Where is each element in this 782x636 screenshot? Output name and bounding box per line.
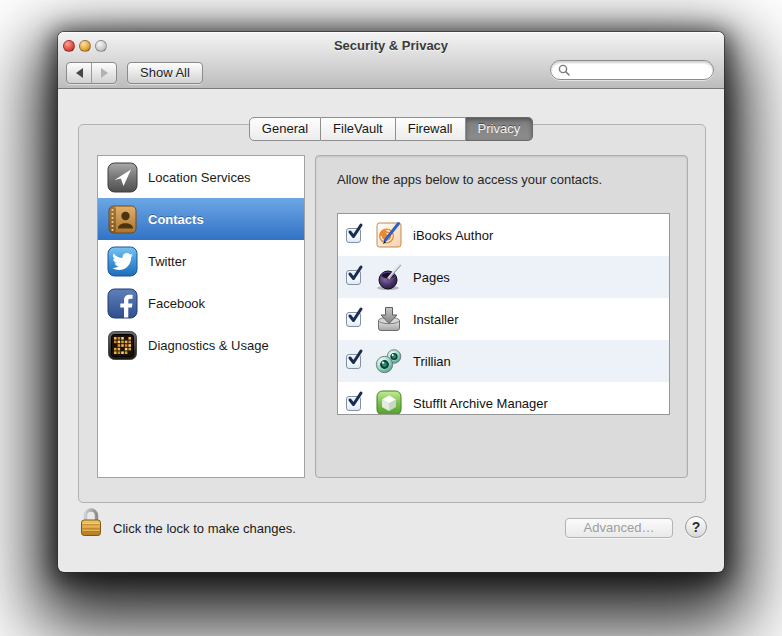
sidebar-item-twitter[interactable]: Twitter bbox=[98, 240, 304, 282]
sidebar-item-label: Facebook bbox=[148, 296, 205, 311]
show-all-button[interactable]: Show All bbox=[127, 62, 203, 84]
pages-inkwell-icon bbox=[374, 262, 404, 292]
app-row-installer: Installer bbox=[338, 298, 669, 340]
app-label: Installer bbox=[413, 312, 459, 327]
tab-filevault[interactable]: FileVault bbox=[321, 117, 396, 141]
location-arrow-icon bbox=[107, 162, 138, 193]
ibooks-author-icon bbox=[374, 220, 404, 250]
lock-icon[interactable] bbox=[78, 505, 104, 539]
installer-box-icon bbox=[374, 304, 404, 334]
app-label: StuffIt Archive Manager bbox=[413, 396, 548, 411]
tab-bar: GeneralFileVaultFirewallPrivacy bbox=[58, 117, 724, 141]
twitter-bird-icon bbox=[107, 246, 138, 277]
app-checkbox[interactable] bbox=[346, 270, 361, 285]
stuffit-cube-icon bbox=[374, 388, 404, 415]
trillian-eyes-icon bbox=[374, 346, 404, 376]
search-input[interactable] bbox=[573, 62, 706, 78]
sidebar-item-label: Location Services bbox=[148, 170, 251, 185]
tab-general[interactable]: General bbox=[249, 117, 321, 141]
security-privacy-window: Security & Privacy Show All GeneralFileV… bbox=[58, 32, 724, 572]
forward-arrow-icon bbox=[101, 68, 108, 78]
search-icon bbox=[558, 64, 570, 76]
screenshot-stage: Security & Privacy Show All GeneralFileV… bbox=[0, 0, 782, 636]
app-checkbox[interactable] bbox=[346, 228, 361, 243]
app-label: iBooks Author bbox=[413, 228, 493, 243]
back-arrow-icon bbox=[76, 68, 83, 78]
address-book-icon bbox=[107, 204, 138, 235]
app-checkbox[interactable] bbox=[346, 396, 361, 411]
app-checkbox[interactable] bbox=[346, 354, 361, 369]
app-label: Trillian bbox=[413, 354, 451, 369]
sidebar-item-label: Twitter bbox=[148, 254, 186, 269]
advanced-button[interactable]: Advanced… bbox=[565, 518, 673, 538]
apps-description: Allow the apps below to access your cont… bbox=[337, 172, 602, 187]
sidebar-item-facebook[interactable]: Facebook bbox=[98, 282, 304, 324]
back-button[interactable] bbox=[67, 63, 92, 83]
sidebar-item-label: Contacts bbox=[148, 212, 204, 227]
app-label: Pages bbox=[413, 270, 450, 285]
sidebar-list: Location ServicesContactsTwitterFacebook… bbox=[97, 155, 305, 478]
window-chrome: Security & Privacy Show All bbox=[58, 32, 724, 89]
app-list: iBooks AuthorPagesInstallerTrillianStuff… bbox=[337, 213, 670, 415]
facebook-f-icon bbox=[107, 288, 138, 319]
sidebar-item-label: Diagnostics & Usage bbox=[148, 338, 269, 353]
nav-buttons bbox=[66, 62, 117, 84]
sidebar-item-location-services[interactable]: Location Services bbox=[98, 156, 304, 198]
help-button[interactable]: ? bbox=[685, 516, 707, 538]
sidebar-item-diagnostics-usage[interactable]: Diagnostics & Usage bbox=[98, 324, 304, 366]
search-field[interactable] bbox=[550, 60, 714, 80]
app-row-stuffit-archive-manager: StuffIt Archive Manager bbox=[338, 382, 669, 415]
diagnostics-grid-icon bbox=[107, 330, 138, 361]
window-title: Security & Privacy bbox=[58, 38, 724, 53]
sidebar-item-contacts[interactable]: Contacts bbox=[98, 198, 304, 240]
tab-privacy[interactable]: Privacy bbox=[466, 117, 534, 141]
app-checkbox[interactable] bbox=[346, 312, 361, 327]
app-row-pages: Pages bbox=[338, 256, 669, 298]
tab-firewall[interactable]: Firewall bbox=[396, 117, 466, 141]
app-row-trillian: Trillian bbox=[338, 340, 669, 382]
app-row-ibooks-author: iBooks Author bbox=[338, 214, 669, 256]
lock-message: Click the lock to make changes. bbox=[113, 521, 296, 536]
forward-button[interactable] bbox=[92, 63, 116, 83]
